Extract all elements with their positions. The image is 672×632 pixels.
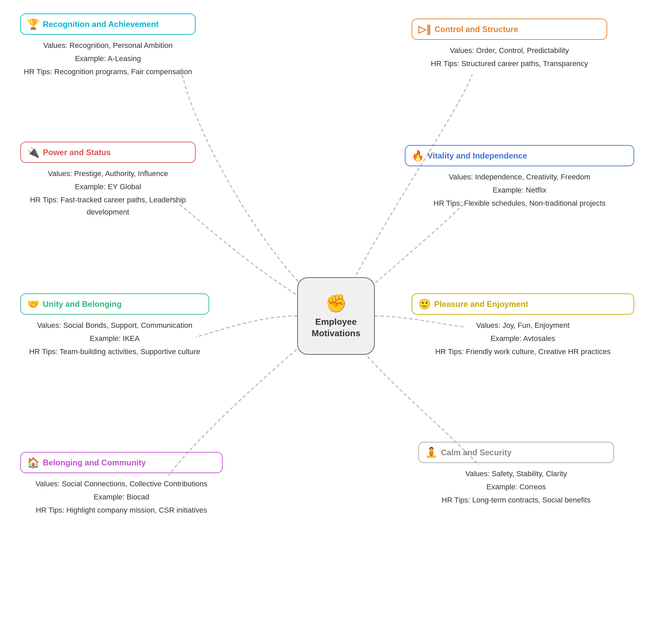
branch-control: ▷‖ Control and Structure Values: Order, … [412,19,607,71]
box-pleasure: 🙂 Pleasure and Enjoyment [412,293,634,315]
label-power: Power and Status [43,148,111,157]
details-control: Values: Order, Control, Predictability H… [412,45,607,70]
branch-power: 🔌 Power and Status Values: Prestige, Aut… [20,142,196,219]
icon-control: ▷‖ [418,23,431,35]
branch-recognition: 🏆 Recognition and Achievement Values: Re… [20,14,196,79]
label-pleasure: Pleasure and Enjoyment [434,299,528,309]
icon-calm: 🧘 [425,446,437,458]
label-recognition: Recognition and Achievement [43,20,159,29]
label-calm: Calm and Security [441,448,511,457]
icon-unity: 🤝 [27,298,40,310]
branch-unity: 🤝 Unity and Belonging Values: Social Bon… [20,293,209,359]
box-control: ▷‖ Control and Structure [412,19,607,40]
label-vitality: Vitality and Independence [427,151,527,161]
box-power: 🔌 Power and Status [20,142,196,163]
box-recognition: 🏆 Recognition and Achievement [20,14,196,35]
box-unity: 🤝 Unity and Belonging [20,293,209,315]
label-unity: Unity and Belonging [43,299,121,309]
label-belonging: Belonging and Community [43,458,146,467]
icon-pleasure: 🙂 [418,298,431,310]
center-icon: ✊ [325,293,347,314]
details-belonging: Values: Social Connections, Collective C… [20,478,223,516]
box-belonging: 🏠 Belonging and Community [20,452,223,473]
details-recognition: Values: Recognition, Personal Ambition E… [20,40,196,78]
branch-belonging: 🏠 Belonging and Community Values: Social… [20,452,223,518]
details-unity: Values: Social Bonds, Support, Communica… [20,319,209,358]
branch-vitality: 🔥 Vitality and Independence Values: Inde… [405,145,634,211]
icon-vitality: 🔥 [412,150,424,162]
details-calm: Values: Safety, Stability, Clarity Examp… [418,468,614,506]
branch-pleasure: 🙂 Pleasure and Enjoyment Values: Joy, Fu… [412,293,634,359]
center-label: Employee Motivations [298,316,374,339]
details-pleasure: Values: Joy, Fun, Enjoyment Example: Avt… [412,319,634,358]
icon-recognition: 🏆 [27,18,40,30]
box-calm: 🧘 Calm and Security [418,442,614,463]
diagram-container: ✊ Employee Motivations 🏆 Recognition and… [0,0,672,632]
icon-power: 🔌 [27,146,40,158]
details-vitality: Values: Independence, Creativity, Freedo… [405,171,634,210]
icon-belonging: 🏠 [27,457,40,468]
box-vitality: 🔥 Vitality and Independence [405,145,634,166]
center-node: ✊ Employee Motivations [297,277,375,355]
details-power: Values: Prestige, Authority, Influence E… [20,168,196,218]
branch-calm: 🧘 Calm and Security Values: Safety, Stab… [418,442,614,508]
label-control: Control and Structure [434,25,518,34]
